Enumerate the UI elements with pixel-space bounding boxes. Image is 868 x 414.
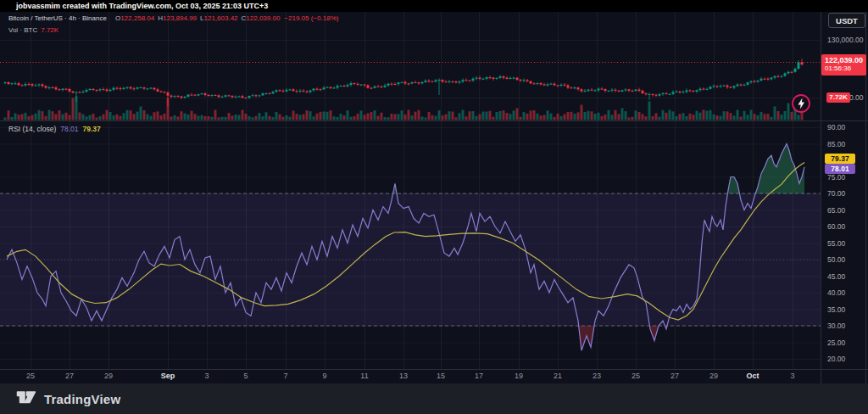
chart-canvas[interactable] bbox=[0, 0, 868, 383]
volume-bar bbox=[754, 114, 756, 120]
candle-body bbox=[174, 96, 176, 97]
candle-body bbox=[31, 84, 34, 86]
candle-body bbox=[699, 89, 702, 91]
candle-body bbox=[743, 85, 746, 86]
volume-bar bbox=[28, 116, 31, 120]
volume-bar bbox=[665, 113, 668, 120]
volume-bar bbox=[326, 112, 329, 120]
volume-bar bbox=[472, 111, 475, 120]
candle-body bbox=[452, 81, 454, 82]
symbol-title[interactable]: Bitcoin / TetherUS · 4h · Binance bbox=[8, 14, 107, 22]
volume-bar bbox=[340, 114, 342, 120]
candle-body bbox=[635, 90, 637, 92]
candle-body bbox=[391, 84, 393, 85]
candle-body bbox=[116, 88, 119, 89]
candle-body bbox=[777, 76, 780, 77]
volume-bar bbox=[55, 115, 58, 120]
volume-bar bbox=[153, 112, 156, 120]
candle-body bbox=[598, 89, 600, 91]
volume-bar bbox=[448, 111, 451, 120]
volume-bar bbox=[486, 112, 488, 120]
candle-body bbox=[221, 97, 224, 98]
candle-body bbox=[754, 81, 756, 82]
volume-bar bbox=[174, 115, 176, 120]
volume-bar bbox=[747, 115, 749, 120]
time-axis-tick: 7 bbox=[271, 372, 300, 380]
volume-bar bbox=[689, 114, 692, 120]
volume-bar bbox=[492, 117, 495, 120]
candle-body bbox=[492, 77, 495, 78]
candle-body bbox=[120, 88, 122, 89]
rsi-legend-title[interactable]: RSI (14, close) bbox=[8, 125, 56, 133]
candle-body bbox=[204, 93, 207, 95]
time-axis-tick: 3 bbox=[778, 372, 807, 380]
candle-body bbox=[113, 88, 115, 90]
candle-body bbox=[326, 87, 329, 88]
volume-bar bbox=[401, 110, 403, 120]
candle-body bbox=[136, 87, 139, 89]
candle-body bbox=[35, 85, 37, 86]
candle-body bbox=[659, 94, 661, 96]
volume-bar bbox=[218, 117, 220, 120]
candle-body bbox=[194, 95, 197, 96]
flash-icon[interactable] bbox=[791, 93, 811, 114]
candle-body bbox=[801, 62, 804, 64]
volume-bar bbox=[699, 113, 702, 120]
volume-bar bbox=[618, 114, 620, 120]
volume-bar bbox=[425, 117, 427, 120]
volume-bar bbox=[377, 116, 380, 120]
candle-body bbox=[126, 87, 129, 88]
time-axis-tick: 5 bbox=[231, 372, 260, 380]
candle-body bbox=[509, 78, 512, 79]
candle-body bbox=[676, 92, 678, 92]
candle-body bbox=[638, 90, 641, 91]
candle-body bbox=[181, 97, 183, 98]
rsi-axis-tick: 20.00 bbox=[827, 355, 845, 363]
candle-body bbox=[415, 82, 417, 83]
volume-bar bbox=[723, 111, 726, 120]
candle-body bbox=[787, 72, 790, 74]
candle-body bbox=[109, 90, 112, 91]
volume-bar bbox=[526, 114, 529, 120]
candle-body bbox=[499, 76, 502, 78]
currency-toggle-button[interactable]: USDT bbox=[828, 13, 865, 28]
volume-bar bbox=[160, 115, 163, 120]
candle-body bbox=[367, 86, 370, 88]
candle-body bbox=[235, 97, 237, 98]
candle-body bbox=[252, 95, 254, 96]
candle-body bbox=[584, 91, 587, 92]
volume-bar bbox=[347, 110, 349, 120]
symbol-legend: Bitcoin / TetherUS · 4h · BinanceO122,25… bbox=[8, 14, 338, 22]
volume-bar bbox=[394, 114, 397, 120]
volume-bar bbox=[686, 116, 688, 120]
candle-body bbox=[537, 83, 539, 84]
candle-body bbox=[689, 90, 692, 91]
candle-body bbox=[543, 84, 546, 85]
candle-body bbox=[350, 83, 353, 85]
candle-body bbox=[282, 91, 285, 92]
rsi-axis-tick: 30.00 bbox=[827, 322, 845, 330]
volume-bar bbox=[306, 110, 309, 120]
candle-body bbox=[296, 91, 298, 92]
candle-body bbox=[418, 82, 420, 83]
rsi-axis-tick: 40.00 bbox=[827, 288, 845, 297]
candle-body bbox=[560, 85, 563, 86]
brand-wordmark[interactable]: TradingView bbox=[44, 392, 120, 406]
candle-body bbox=[401, 82, 403, 83]
candle-body bbox=[353, 83, 356, 84]
volume-bar bbox=[214, 110, 217, 120]
volume-bar bbox=[479, 115, 481, 120]
candle-body bbox=[750, 81, 753, 82]
candle-body bbox=[604, 89, 607, 91]
volume-bar bbox=[72, 98, 75, 120]
candle-body bbox=[716, 86, 719, 87]
time-axis-tick: 29 bbox=[699, 372, 728, 380]
volume-bar bbox=[594, 114, 597, 120]
tradingview-logo-icon[interactable] bbox=[15, 389, 37, 409]
candle-body bbox=[309, 91, 312, 92]
volume-bar bbox=[503, 110, 505, 120]
last-price-badge: 122,039.00 01:56:36 bbox=[821, 54, 866, 76]
candle-body bbox=[289, 89, 292, 90]
candle-body bbox=[340, 86, 342, 87]
candle-body bbox=[218, 95, 220, 97]
